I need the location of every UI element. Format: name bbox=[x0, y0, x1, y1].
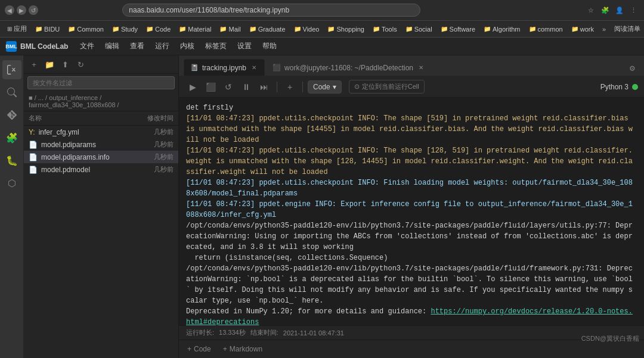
sidebar-kernel-icon[interactable]: ⬡ bbox=[2, 173, 21, 192]
run-cell-button[interactable]: ▶ bbox=[185, 79, 200, 95]
bookmark-work[interactable]: 📁 work bbox=[568, 24, 597, 34]
bookmark-code[interactable]: 📁 Code bbox=[143, 24, 174, 34]
tab-close-terminal[interactable]: ✕ bbox=[417, 64, 425, 72]
tab-tracking-ipynb[interactable]: 📓 tracking.ipynb ✕ bbox=[184, 59, 265, 76]
file-item-pdmodel[interactable]: 📄 model.pdmodel 几秒前 bbox=[24, 163, 178, 176]
bookmark-video[interactable]: 📁 Video bbox=[290, 24, 323, 34]
col-name-header: 名称 bbox=[29, 114, 42, 123]
extension-icon[interactable]: 🧩 bbox=[600, 5, 611, 15]
kernel-status-dot bbox=[632, 84, 638, 90]
menu-settings[interactable]: 设置 bbox=[233, 39, 256, 54]
bookmark-graduate-label: Graduate bbox=[258, 26, 286, 33]
address-bar[interactable]: naas.baidu.com/user/11608/lab/tree/track… bbox=[122, 4, 420, 17]
file-explorer: + 📁 ⬆ ↻ ■ / ... / output_inference / fai… bbox=[24, 55, 179, 358]
folder-icon: 📁 bbox=[373, 26, 380, 32]
bookmark-graduate[interactable]: 📁 Graduate bbox=[246, 24, 289, 34]
bookmark-algorithm[interactable]: 📁 Algorithm bbox=[480, 24, 524, 34]
bookmark-common2[interactable]: 📁 common bbox=[525, 24, 566, 34]
add-code-icon: + bbox=[187, 345, 191, 353]
star-icon[interactable]: ☆ bbox=[586, 5, 596, 15]
breadcrumb: ■ / ... / output_inference / fairmot_dla… bbox=[24, 92, 178, 111]
file-item-pdiparams[interactable]: 📄 model.pdiparams 几秒前 bbox=[24, 138, 178, 151]
menu-view[interactable]: 查看 bbox=[125, 39, 149, 54]
file-item-pdiparams-info[interactable]: 📄 model.pdiparams.info 几秒前 bbox=[24, 151, 178, 163]
skip-button[interactable]: ⏭ bbox=[256, 79, 272, 95]
sidebar-search-icon[interactable] bbox=[2, 83, 21, 102]
bookmark-tools[interactable]: 📁 Tools bbox=[369, 24, 401, 34]
bookmark-study[interactable]: 📁 Study bbox=[109, 24, 141, 34]
bookmark-read-later[interactable]: 阅读清单 bbox=[611, 23, 644, 35]
file-list: Y: infer_cfg.yml 几秒前 📄 model.pdiparams 几… bbox=[24, 126, 178, 358]
bookmark-shopping[interactable]: 📁 Shopping bbox=[324, 24, 368, 34]
apps-icon: ⊞ bbox=[7, 26, 12, 32]
refresh-button[interactable]: ↻ bbox=[74, 58, 87, 71]
stop-cell-button[interactable]: ⬛ bbox=[203, 79, 218, 95]
toolbar-separator bbox=[277, 82, 277, 92]
add-cell-button[interactable]: + bbox=[282, 79, 298, 95]
reload-button[interactable]: ↺ bbox=[29, 5, 38, 15]
menu-file[interactable]: 文件 bbox=[75, 39, 99, 54]
output-area[interactable]: det firstly [11/01 08:47:23] ppdet.utils… bbox=[179, 98, 644, 325]
account-icon[interactable]: 👤 bbox=[614, 5, 625, 15]
logo-icon: BML bbox=[6, 41, 17, 52]
sidebar-explorer-icon[interactable] bbox=[2, 60, 21, 79]
bookmark-bidu[interactable]: 📁 BIDU bbox=[32, 24, 63, 34]
tab-terminal[interactable]: ⬛ work@jupyter-11608: ~/PaddleDetection … bbox=[266, 59, 432, 76]
menu-tabs[interactable]: 标签页 bbox=[200, 39, 231, 54]
tab-close-tracking[interactable]: ✕ bbox=[250, 64, 258, 72]
file-item-infer-cfg[interactable]: Y: infer_cfg.yml 几秒前 bbox=[24, 126, 178, 138]
bookmark-social[interactable]: 📁 Social bbox=[402, 24, 436, 34]
browser-nav-buttons: ◀ ▶ ↺ bbox=[5, 5, 38, 15]
kernel-status: Python 3 bbox=[600, 83, 638, 91]
bookmark-work-label: work bbox=[580, 26, 594, 33]
bookmark-common-label: Common bbox=[77, 26, 104, 33]
folder-icon: 📁 bbox=[571, 26, 578, 32]
upload-button[interactable]: ⬆ bbox=[58, 58, 72, 71]
menu-edit[interactable]: 编辑 bbox=[100, 39, 124, 54]
folder-icon: 📁 bbox=[405, 26, 413, 32]
numpy-link[interactable]: https://numpy.org/devdocs/release/1.20.0… bbox=[186, 307, 633, 325]
menu-kernel[interactable]: 内核 bbox=[175, 39, 199, 54]
pause-button[interactable]: ⏸ bbox=[239, 79, 254, 95]
browser-chrome: ◀ ▶ ↺ naas.baidu.com/user/11608/lab/tree… bbox=[0, 0, 644, 21]
folder-icon: 📁 bbox=[112, 26, 119, 32]
menu-icon[interactable]: ⋮ bbox=[628, 5, 639, 15]
terminal-tab-icon: ⬛ bbox=[273, 64, 281, 71]
sidebar-extensions-icon[interactable]: 🧩 bbox=[2, 128, 21, 147]
cell-type-chevron: ▾ bbox=[333, 83, 336, 91]
add-code-cell-button[interactable]: + Code bbox=[185, 344, 213, 354]
sidebar-git-icon[interactable] bbox=[2, 105, 21, 124]
new-file-button[interactable]: + bbox=[27, 58, 41, 71]
bookmark-software-label: Software bbox=[450, 26, 475, 33]
sidebar-debug-icon[interactable]: 🐛 bbox=[2, 151, 21, 170]
bookmark-material[interactable]: 📁 Material bbox=[175, 24, 215, 34]
add-markdown-icon: + bbox=[223, 345, 227, 353]
restart-kernel-button[interactable]: ↺ bbox=[221, 79, 236, 95]
bookmark-algorithm-label: Algorithm bbox=[493, 26, 520, 33]
bookmark-software[interactable]: 📁 Software bbox=[437, 24, 479, 34]
file-filter-input[interactable] bbox=[27, 76, 175, 89]
file-icon-pdiparams-info: 📄 bbox=[29, 153, 38, 161]
bookmark-mail[interactable]: 📁 Mail bbox=[216, 24, 244, 34]
new-folder-button[interactable]: 📁 bbox=[43, 58, 56, 71]
file-name-pdiparams-info: model.pdiparams.info bbox=[41, 153, 150, 161]
menu-help[interactable]: 帮助 bbox=[258, 39, 281, 54]
bookmark-more-button[interactable]: » bbox=[599, 24, 609, 34]
add-markdown-cell-button[interactable]: + Markdown bbox=[221, 344, 265, 354]
bookmark-apps[interactable]: ⊞ 应用 bbox=[4, 23, 30, 35]
cell-type-dropdown[interactable]: Code ▾ bbox=[308, 80, 342, 94]
locate-current-cell-button[interactable]: ⊙ 定位到当前运行Cell bbox=[349, 80, 425, 94]
notebook-toolbar: ▶ ⬛ ↺ ⏸ ⏭ + Code ▾ ⊙ 定位到当前运行Cell Python … bbox=[179, 76, 644, 98]
output-line-1: det firstly bbox=[186, 102, 637, 113]
back-button[interactable]: ◀ bbox=[5, 5, 14, 15]
bookmark-read-later-label: 阅读清单 bbox=[614, 24, 640, 33]
bookmark-mail-label: Mail bbox=[228, 26, 240, 33]
forward-button[interactable]: ▶ bbox=[17, 5, 26, 15]
menu-run[interactable]: 运行 bbox=[150, 39, 174, 54]
settings-gear-icon[interactable]: ⚙ bbox=[625, 61, 639, 76]
folder-icon: 📁 bbox=[294, 26, 301, 32]
bookmarks-bar: ⊞ 应用 📁 BIDU 📁 Common 📁 Study 📁 Code 📁 Ma… bbox=[0, 21, 644, 38]
bookmark-material-label: Material bbox=[188, 26, 211, 33]
output-line-4: [11/01 08:47:23] ppdet.utils.checkpoint … bbox=[186, 178, 637, 199]
bookmark-common[interactable]: 📁 Common bbox=[64, 24, 107, 34]
